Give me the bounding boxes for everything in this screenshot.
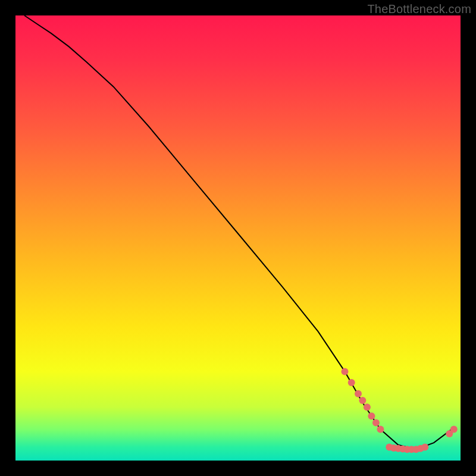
data-point-marker <box>364 403 371 411</box>
data-point-marker <box>372 419 380 426</box>
chart-svg <box>15 15 461 461</box>
data-point-marker <box>421 444 428 451</box>
data-point-marker <box>359 397 366 404</box>
curve-markers <box>342 368 458 453</box>
plot-area <box>15 15 461 461</box>
data-point-marker <box>355 390 362 397</box>
curve-line <box>24 15 452 449</box>
data-point-marker <box>368 412 375 419</box>
data-point-marker <box>342 368 349 375</box>
data-point-marker <box>450 426 458 433</box>
chart-stage: TheBottleneck.com <box>0 0 476 476</box>
data-point-marker <box>377 426 384 433</box>
watermark-text: TheBottleneck.com <box>367 2 471 16</box>
data-point-marker <box>348 379 355 386</box>
